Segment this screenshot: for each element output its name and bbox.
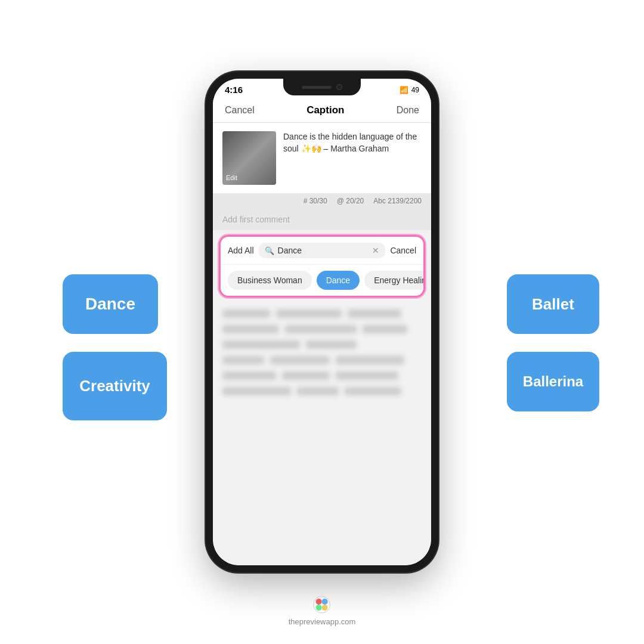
blur-tag	[270, 356, 330, 364]
post-caption[interactable]: Dance is the hidden language of the soul…	[283, 131, 422, 154]
wifi-icon: 📶	[400, 86, 408, 94]
creativity-bubble[interactable]: Creativity	[63, 352, 167, 420]
blur-tag	[222, 309, 270, 318]
blur-tag	[276, 309, 342, 318]
hashtag-search-row: Add All 🔍 Dance ✕ Cancel	[221, 237, 423, 265]
watermark: thepreviewapp.com	[289, 596, 356, 626]
blur-tag	[363, 325, 407, 333]
hashtag-section: Add All 🔍 Dance ✕ Cancel Business Woman …	[219, 235, 425, 298]
blur-tag	[336, 356, 404, 364]
battery-icon: 49	[411, 86, 419, 94]
nav-bar: Cancel Caption Done	[213, 98, 431, 123]
blur-row-4	[222, 356, 422, 364]
post-preview: Edit Dance is the hidden language of the…	[213, 123, 431, 193]
blur-tag	[345, 387, 401, 395]
blur-tag	[222, 387, 291, 395]
counters-bar: # 30/30 @ 20/20 Abc 2139/2200	[213, 193, 431, 209]
chip-energy-healing[interactable]: Energy Healing	[364, 271, 423, 290]
app-logo	[313, 596, 331, 614]
search-box[interactable]: 🔍 Dance ✕	[259, 243, 386, 258]
search-clear-icon[interactable]: ✕	[372, 246, 379, 255]
char-count: Abc 2139/2200	[373, 197, 422, 205]
search-input[interactable]: Dance	[278, 246, 369, 255]
chip-business-woman[interactable]: Business Woman	[228, 271, 312, 290]
blur-tag	[348, 309, 401, 318]
svg-point-4	[322, 605, 328, 611]
search-icon: 🔍	[265, 246, 274, 255]
blur-tag	[222, 340, 300, 349]
ballet-bubble[interactable]: Ballet	[507, 274, 599, 334]
camera	[336, 84, 342, 90]
speaker	[302, 86, 332, 89]
phone-frame: 4:16 📶 49 Cancel Caption Done Edit Dance…	[206, 72, 438, 572]
notch	[283, 79, 361, 95]
blur-tag	[222, 356, 264, 364]
status-icons: 📶 49	[400, 86, 419, 94]
add-all-button[interactable]: Add All	[228, 246, 254, 255]
svg-point-1	[316, 599, 322, 605]
blur-row-1	[222, 309, 422, 318]
chip-dance[interactable]: Dance	[317, 271, 360, 290]
post-image[interactable]: Edit	[222, 131, 276, 185]
svg-point-2	[322, 599, 328, 605]
blur-row-6	[222, 387, 422, 395]
blur-tag	[306, 340, 357, 349]
status-time: 4:16	[225, 85, 243, 95]
cancel-button[interactable]: Cancel	[225, 105, 255, 116]
hashtag-count: # 30/30	[304, 197, 327, 205]
svg-point-3	[316, 605, 322, 611]
blur-tag	[222, 371, 276, 380]
ballerina-bubble[interactable]: Ballerina	[507, 352, 599, 411]
blur-row-5	[222, 371, 422, 380]
dance-bubble[interactable]: Dance	[63, 274, 158, 334]
blur-tag	[285, 325, 357, 333]
nav-title: Caption	[306, 104, 344, 116]
svg-point-0	[314, 596, 330, 613]
blur-tag	[282, 371, 330, 380]
watermark-url: thepreviewapp.com	[289, 617, 356, 626]
first-comment[interactable]: Add first comment	[213, 209, 431, 230]
phone-screen: 4:16 📶 49 Cancel Caption Done Edit Dance…	[213, 79, 431, 565]
blur-tag	[297, 387, 339, 395]
search-cancel-button[interactable]: Cancel	[390, 246, 416, 255]
blur-row-3	[222, 340, 422, 349]
edit-label[interactable]: Edit	[226, 174, 237, 181]
blur-tag	[336, 371, 398, 380]
status-bar: 4:16 📶 49	[213, 79, 431, 98]
blur-tag	[222, 325, 279, 333]
hashtag-list	[213, 302, 431, 565]
hashtag-chips: Business Woman Dance Energy Healing Ent.…	[221, 265, 423, 296]
blur-row-2	[222, 325, 422, 333]
mention-count: @ 20/20	[337, 197, 364, 205]
done-button[interactable]: Done	[397, 105, 419, 116]
